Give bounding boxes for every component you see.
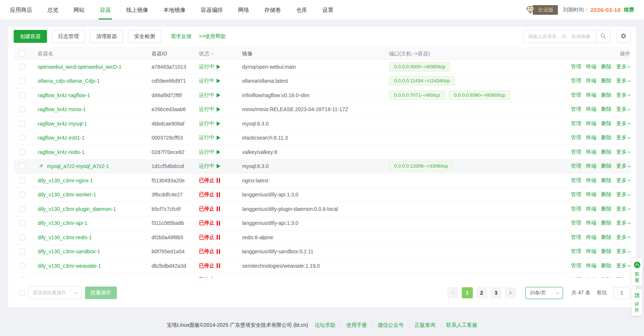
delete-link[interactable]: 删除 bbox=[601, 177, 611, 184]
customer-service-widget[interactable]: 客服 bbox=[631, 258, 643, 286]
manage-link[interactable]: 管理 bbox=[571, 78, 581, 84]
row-checkbox[interactable] bbox=[19, 78, 25, 84]
footer-link-3[interactable]: 微信公众号 bbox=[378, 322, 404, 329]
rate-widget[interactable]: 评价 bbox=[631, 289, 643, 316]
terminal-link[interactable]: 终端 bbox=[586, 149, 596, 155]
terminal-link[interactable]: 终端 bbox=[586, 234, 596, 241]
manage-link[interactable]: 管理 bbox=[571, 263, 581, 269]
container-name-link[interactable]: ragflow_kr4z-es01-1 bbox=[38, 135, 85, 141]
select-all-checkbox[interactable] bbox=[19, 51, 25, 57]
next-page-button[interactable] bbox=[505, 287, 516, 298]
row-checkbox[interactable] bbox=[19, 135, 25, 141]
manage-link[interactable]: 管理 bbox=[571, 277, 581, 278]
row-checkbox[interactable] bbox=[19, 64, 25, 70]
row-checkbox[interactable] bbox=[19, 277, 25, 278]
row-checkbox[interactable] bbox=[19, 121, 25, 127]
more-link[interactable]: 更多 bbox=[616, 106, 630, 113]
row-checkbox[interactable] bbox=[19, 149, 25, 155]
delete-link[interactable]: 删除 bbox=[601, 277, 611, 278]
terminal-link[interactable]: 终端 bbox=[586, 64, 596, 70]
row-checkbox[interactable] bbox=[19, 206, 25, 212]
row-checkbox[interactable] bbox=[19, 220, 25, 226]
footer-link-2[interactable]: 使用手册 bbox=[346, 322, 367, 329]
more-link[interactable]: 更多 bbox=[616, 277, 630, 278]
delete-link[interactable]: 删除 bbox=[601, 263, 611, 269]
delete-link[interactable]: 删除 bbox=[601, 134, 611, 141]
security-check-button[interactable]: 安全检测 bbox=[128, 30, 161, 43]
delete-link[interactable]: 删除 bbox=[601, 191, 611, 198]
terminal-link[interactable]: 终端 bbox=[586, 277, 596, 278]
page-button-3[interactable]: 3 bbox=[491, 287, 502, 298]
container-name-link[interactable]: dify_v130_c3mr-nginx-1 bbox=[38, 178, 93, 184]
terminal-link[interactable]: 终端 bbox=[586, 220, 596, 226]
more-link[interactable]: 更多 bbox=[616, 248, 630, 255]
terminal-link[interactable]: 终端 bbox=[586, 78, 596, 84]
row-checkbox[interactable] bbox=[19, 163, 25, 169]
batch-operation-select[interactable]: 请选择批量操作 bbox=[28, 287, 81, 299]
page-button-1[interactable]: 1 bbox=[462, 287, 473, 298]
goto-page-input[interactable] bbox=[613, 287, 630, 299]
manage-link[interactable]: 管理 bbox=[571, 177, 581, 184]
terminal-link[interactable]: 终端 bbox=[586, 120, 596, 127]
manage-link[interactable]: 管理 bbox=[571, 92, 581, 99]
more-link[interactable]: 更多 bbox=[616, 134, 630, 141]
more-link[interactable]: 更多 bbox=[616, 220, 630, 226]
delete-link[interactable]: 删除 bbox=[601, 234, 611, 241]
delete-link[interactable]: 删除 bbox=[601, 220, 611, 226]
footer-link-5[interactable]: 联系人工客服 bbox=[446, 322, 477, 329]
manage-link[interactable]: 管理 bbox=[571, 106, 581, 113]
page-size-select[interactable]: 20条/页 bbox=[525, 287, 563, 299]
container-name-link[interactable]: openwebui_iwcd-openwebui_iwcD-1 bbox=[38, 64, 121, 70]
delete-link[interactable]: 删除 bbox=[601, 64, 611, 70]
search-input[interactable] bbox=[523, 30, 596, 43]
create-container-button[interactable]: 创建容器 bbox=[14, 30, 47, 43]
delete-link[interactable]: 删除 bbox=[601, 248, 611, 255]
nav-item-11[interactable]: 设置 bbox=[322, 0, 333, 20]
more-link[interactable]: 更多 bbox=[616, 234, 630, 241]
more-link[interactable]: 更多 bbox=[616, 149, 630, 155]
more-link[interactable]: 更多 bbox=[616, 78, 630, 84]
delete-link[interactable]: 删除 bbox=[601, 92, 611, 99]
row-checkbox[interactable] bbox=[19, 92, 25, 98]
row-checkbox[interactable] bbox=[19, 234, 25, 240]
manage-link[interactable]: 管理 bbox=[571, 191, 581, 198]
container-name-link[interactable]: ragflow_kr4z-mysql-1 bbox=[38, 121, 87, 127]
row-checkbox[interactable] bbox=[19, 248, 25, 254]
container-name-link[interactable]: dify_v130_c3mr-api-1 bbox=[38, 220, 88, 226]
nav-item-3[interactable]: 网站 bbox=[74, 0, 85, 20]
more-link[interactable]: 更多 bbox=[616, 92, 630, 99]
more-link[interactable]: 更多 bbox=[616, 191, 630, 198]
container-name-link[interactable]: dify_v130_c3mr-plugin_daemon-1 bbox=[38, 206, 116, 212]
delete-link[interactable]: 删除 bbox=[601, 78, 611, 84]
more-link[interactable]: 更多 bbox=[616, 120, 630, 127]
terminal-link[interactable]: 终端 bbox=[586, 92, 596, 99]
nav-item-1[interactable]: 应用商店 bbox=[10, 0, 32, 20]
nav-item-4[interactable]: 容器 bbox=[100, 0, 111, 20]
header-status-filter[interactable]: 状态 bbox=[199, 51, 213, 57]
row-checkbox[interactable] bbox=[19, 178, 25, 184]
terminal-link[interactable]: 终端 bbox=[586, 163, 596, 169]
footer-link-1[interactable]: 论坛求助 bbox=[315, 322, 335, 329]
manage-link[interactable]: 管理 bbox=[571, 134, 581, 141]
batch-operation-button[interactable]: 批量操作 bbox=[85, 287, 117, 299]
container-name-link[interactable]: dify_v130_c3mr-sandbox-1 bbox=[38, 248, 100, 254]
more-link[interactable]: 更多 bbox=[616, 64, 630, 70]
container-name-link[interactable]: ragflow_kr4z-redis-1 bbox=[38, 149, 85, 155]
footer-link-4[interactable]: 正版查询 bbox=[414, 322, 435, 329]
terminal-link[interactable]: 终端 bbox=[586, 248, 596, 255]
help-link[interactable]: >>使用帮助 bbox=[199, 33, 226, 40]
terminal-link[interactable]: 终端 bbox=[586, 191, 596, 198]
row-checkbox[interactable] bbox=[19, 106, 25, 112]
search-button[interactable] bbox=[596, 30, 610, 43]
log-manage-button[interactable]: 日志管理 bbox=[52, 30, 85, 43]
more-link[interactable]: 更多 bbox=[616, 263, 630, 269]
clean-container-button[interactable]: 清理容器 bbox=[90, 30, 123, 43]
container-name-link[interactable]: dify_v130_c3mr-worker-1 bbox=[38, 192, 96, 198]
delete-link[interactable]: 删除 bbox=[601, 120, 611, 127]
terminal-link[interactable]: 终端 bbox=[586, 206, 596, 212]
manage-link[interactable]: 管理 bbox=[571, 234, 581, 241]
nav-item-8[interactable]: 网络 bbox=[238, 0, 249, 20]
terminal-link[interactable]: 终端 bbox=[586, 177, 596, 184]
terminal-link[interactable]: 终端 bbox=[586, 106, 596, 113]
terminal-link[interactable]: 终端 bbox=[586, 263, 596, 269]
